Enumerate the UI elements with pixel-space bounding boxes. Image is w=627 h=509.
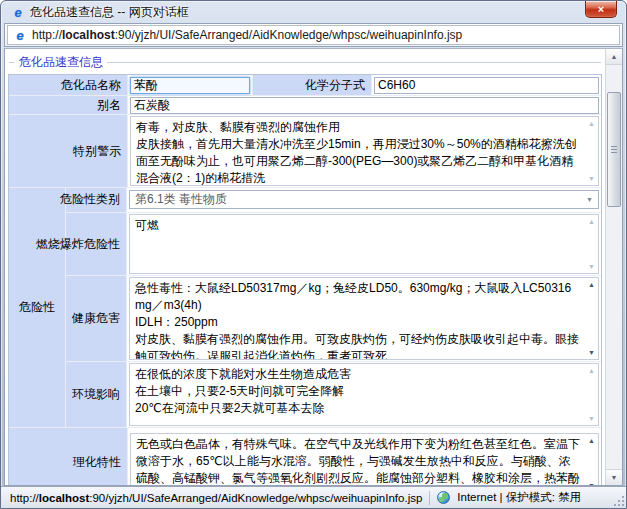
- name-cell: [128, 75, 252, 95]
- special-warning-textarea[interactable]: 有毒，对皮肤、黏膜有强烈的腐蚀作用 皮肤接触，首先用大量清水冲洗至少15min，…: [130, 116, 599, 186]
- table-row: 燃烧爆炸危险性 可燃 ▲ ▼: [66, 213, 601, 277]
- table-row: 健康危害 急性毒性：大鼠经LD50317mg／kg；兔经皮LD50。630mg/…: [66, 276, 601, 362]
- close-button[interactable]: ×: [585, 1, 617, 18]
- status-zone: Internet | 保护模式: 禁用: [457, 490, 581, 505]
- fieldset-legend: 危化品速查信息: [8, 51, 602, 71]
- ie-icon: e: [11, 5, 25, 19]
- page-title: 危化品速查信息: [14, 54, 107, 71]
- scrollbar-grip: [611, 146, 617, 154]
- special-warning-label: 特别警示: [9, 115, 128, 187]
- globe-icon: [437, 491, 450, 504]
- form-area: 危化品速查信息 危化品名称 化学分子式 别名: [5, 49, 605, 485]
- dropdown-arrow-icon: ▼: [586, 196, 593, 203]
- formula-label: 化学分子式: [252, 75, 372, 95]
- table-row: 特别警示 有毒，对皮肤、黏膜有强烈的腐蚀作用 皮肤接触，首先用大量清水冲洗至少1…: [9, 115, 601, 188]
- table-row: 环境影响 在很低的浓度下就能对水生生物造成危害 在土壤中，只要2-5天时间就可完…: [66, 362, 601, 427]
- scroll-up-icon[interactable]: ▲: [588, 281, 595, 288]
- table-row: 危化品名称 化学分子式: [9, 75, 601, 96]
- health-hazard-cell: 急性毒性：大鼠经LD50317mg／kg；兔经皮LD50。630mg/kg；大鼠…: [127, 276, 601, 361]
- dialog-window: e 危化品速查信息 -- 网页对话框 × e http://localhost:…: [0, 0, 627, 509]
- address-bar: e http://localhost:90/yjzh/UI/SafeArrang…: [4, 23, 623, 47]
- chemical-info-table: 危化品名称 化学分子式 别名: [8, 74, 602, 485]
- physchem-cell: 无色或白色晶体，有特殊气味。在空气中及光线作用下变为粉红色甚至红色。室温下微溶于…: [128, 428, 601, 485]
- hazard-class-label: 危险性类别: [66, 188, 127, 212]
- environment-textarea[interactable]: 在很低的浓度下就能对水生生物造成危害 在土壤中，只要2-5天时间就可完全降解 2…: [129, 363, 599, 426]
- physchem-label: 理化特性: [9, 428, 128, 485]
- hazard-class-cell: 第6.1类 毒性物质 ▼: [127, 188, 601, 212]
- ie-icon: e: [13, 28, 27, 42]
- scroll-up-icon[interactable]: ▲: [588, 437, 595, 444]
- alias-label: 别名: [9, 96, 128, 114]
- legend-line: [107, 62, 601, 63]
- environment-label: 环境影响: [66, 362, 127, 427]
- address-url: http://localhost:90/yjzh/UI/SafeArranged…: [32, 28, 462, 42]
- hazard-class-select[interactable]: 第6.1类 毒性物质 ▼: [129, 190, 599, 209]
- health-hazard-textarea[interactable]: 急性毒性：大鼠经LD50317mg／kg；兔经皮LD50。630mg/kg；大鼠…: [129, 277, 599, 360]
- hazard-group-rows: 危险性类别 第6.1类 毒性物质 ▼ 燃烧爆炸危险性: [66, 188, 601, 427]
- fire-explosion-textarea[interactable]: 可燃 ▲ ▼: [129, 214, 599, 275]
- scroll-down-icon[interactable]: ▼: [588, 349, 595, 356]
- scrollbar-thumb[interactable]: [607, 92, 621, 207]
- formula-cell: [372, 75, 601, 95]
- status-url: http://localhost:90/yjzh/UI/SafeArranged…: [10, 492, 422, 504]
- alias-input[interactable]: [130, 97, 599, 114]
- hazard-group-row: 危险性 危险性类别 第6.1类 毒性物质 ▼: [9, 188, 601, 428]
- table-row: 理化特性 无色或白色晶体，有特殊气味。在空气中及光线作用下变为粉红色甚至红色。室…: [9, 428, 601, 485]
- window-title: 危化品速查信息 -- 网页对话框: [30, 4, 189, 21]
- title-bar: e 危化品速查信息 -- 网页对话框 ×: [1, 1, 626, 23]
- scroll-down-button[interactable]: ▼: [606, 469, 622, 485]
- scroll-down-icon[interactable]: ▼: [588, 415, 595, 422]
- fire-explosion-cell: 可燃 ▲ ▼: [127, 213, 601, 276]
- environment-cell: 在很低的浓度下就能对水生生物造成危害 在土壤中，只要2-5天时间就可完全降解 2…: [127, 362, 601, 427]
- scroll-up-button[interactable]: ▲: [606, 49, 622, 65]
- hazard-group-label: 危险性: [9, 188, 66, 427]
- scroll-up-icon[interactable]: ▲: [588, 120, 595, 127]
- resize-grip[interactable]: [612, 494, 624, 506]
- physchem-textarea[interactable]: 无色或白色晶体，有特殊气味。在空气中及光线作用下变为粉红色甚至红色。室温下微溶于…: [130, 433, 599, 486]
- page-content: 危化品速查信息 危化品名称 化学分子式 别名: [4, 48, 623, 486]
- alias-cell: [128, 96, 601, 114]
- status-divider: [429, 491, 430, 505]
- fire-explosion-label: 燃烧爆炸危险性: [66, 213, 127, 276]
- name-label: 危化品名称: [9, 75, 128, 95]
- address-input[interactable]: e http://localhost:90/yjzh/UI/SafeArrang…: [7, 25, 620, 45]
- name-input[interactable]: [130, 77, 250, 94]
- scroll-down-icon[interactable]: ▼: [588, 263, 595, 270]
- close-icon: ×: [598, 4, 604, 15]
- scroll-up-icon[interactable]: ▲: [588, 367, 595, 374]
- scroll-up-icon[interactable]: ▲: [588, 218, 595, 225]
- page-scrollbar[interactable]: ▲ ▼: [605, 49, 622, 485]
- hazard-class-value: 第6.1类 毒性物质: [135, 191, 227, 208]
- status-bar: http://localhost:90/yjzh/UI/SafeArranged…: [1, 486, 626, 508]
- table-row: 别名: [9, 96, 601, 115]
- table-row: 危险性类别 第6.1类 毒性物质 ▼: [66, 188, 601, 213]
- special-warning-cell: 有毒，对皮肤、黏膜有强烈的腐蚀作用 皮肤接触，首先用大量清水冲洗至少15min，…: [128, 115, 601, 187]
- scroll-down-icon[interactable]: ▼: [588, 175, 595, 182]
- formula-input[interactable]: [374, 77, 599, 94]
- health-hazard-label: 健康危害: [66, 276, 127, 361]
- scroll-down-icon[interactable]: ▼: [588, 482, 595, 486]
